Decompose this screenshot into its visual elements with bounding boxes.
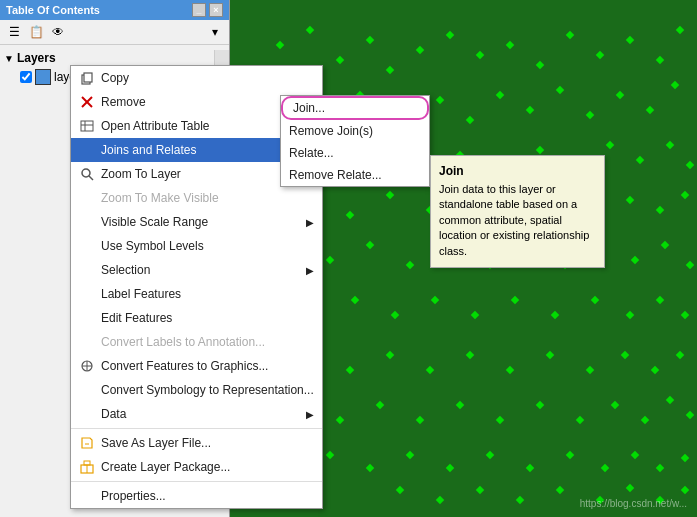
edit-icon bbox=[79, 310, 95, 326]
remove-joins-label: Remove Join(s) bbox=[289, 124, 373, 138]
options-icon[interactable]: ▾ bbox=[205, 22, 225, 42]
menu-separator-2 bbox=[71, 481, 322, 482]
layer-visibility-checkbox[interactable] bbox=[20, 71, 32, 83]
svg-marker-12 bbox=[82, 438, 92, 448]
open-attribute-table-label: Open Attribute Table bbox=[101, 119, 210, 133]
menu-item-properties[interactable]: Properties... bbox=[71, 484, 322, 508]
graphics-icon bbox=[79, 358, 95, 374]
selection-icon bbox=[79, 262, 95, 278]
remove-icon bbox=[79, 94, 95, 110]
convert-symbology-label: Convert Symbology to Representation... bbox=[101, 383, 314, 397]
menu-item-convert-features[interactable]: Convert Features to Graphics... bbox=[71, 354, 322, 378]
watermark: https://blog.csdn.net/w... bbox=[580, 498, 687, 509]
menu-item-label-features[interactable]: Label Features bbox=[71, 282, 322, 306]
joins-icon bbox=[79, 142, 95, 158]
svg-line-8 bbox=[89, 176, 93, 180]
menu-item-data[interactable]: Data ▶ bbox=[71, 402, 322, 426]
submenu-item-remove-joins[interactable]: Remove Join(s) bbox=[281, 120, 429, 142]
menu-item-edit-features[interactable]: Edit Features bbox=[71, 306, 322, 330]
save-as-layer-label: Save As Layer File... bbox=[101, 436, 211, 450]
menu-item-convert-labels: Convert Labels to Annotation... bbox=[71, 330, 322, 354]
copy-icon bbox=[79, 70, 95, 86]
svg-point-7 bbox=[82, 169, 90, 177]
zoom-to-layer-label: Zoom To Layer bbox=[101, 167, 181, 181]
menu-item-visible-scale-range[interactable]: Visible Scale Range ▶ bbox=[71, 210, 322, 234]
symbol-icon bbox=[79, 238, 95, 254]
data-arrow: ▶ bbox=[306, 409, 314, 420]
joins-submenu: Join... Remove Join(s) Relate... Remove … bbox=[280, 95, 430, 187]
layer-color-icon bbox=[35, 69, 51, 85]
visible-scale-range-label: Visible Scale Range bbox=[101, 215, 208, 229]
zoom-visible-icon bbox=[79, 190, 95, 206]
svg-rect-15 bbox=[84, 461, 90, 465]
toc-titlebar-buttons: _ × bbox=[192, 3, 223, 17]
remove-label: Remove bbox=[101, 95, 146, 109]
tooltip-description: Join data to this layer or standalone ta… bbox=[439, 182, 596, 259]
menu-item-save-as-layer[interactable]: Save As Layer File... bbox=[71, 431, 322, 455]
menu-separator-1 bbox=[71, 428, 322, 429]
label-icon bbox=[79, 286, 95, 302]
join-tooltip: Join Join data to this layer or standalo… bbox=[430, 155, 605, 268]
label-features-label: Label Features bbox=[101, 287, 181, 301]
copy-label: Copy bbox=[101, 71, 129, 85]
menu-item-copy[interactable]: Copy bbox=[71, 66, 322, 90]
join-label: Join... bbox=[293, 101, 325, 115]
submenu-item-join[interactable]: Join... bbox=[281, 96, 429, 120]
tooltip-title: Join bbox=[439, 164, 596, 178]
submenu-item-relate[interactable]: Relate... bbox=[281, 142, 429, 164]
layer-source-icon[interactable]: 📋 bbox=[26, 22, 46, 42]
toc-minimize-button[interactable]: _ bbox=[192, 3, 206, 17]
relate-label: Relate... bbox=[289, 146, 334, 160]
menu-item-selection[interactable]: Selection ▶ bbox=[71, 258, 322, 282]
convert-features-label: Convert Features to Graphics... bbox=[101, 359, 268, 373]
zoom-to-make-visible-label: Zoom To Make Visible bbox=[101, 191, 219, 205]
menu-item-use-symbol-levels[interactable]: Use Symbol Levels bbox=[71, 234, 322, 258]
submenu-item-remove-related[interactable]: Remove Relate... bbox=[281, 164, 429, 186]
properties-label: Properties... bbox=[101, 489, 166, 503]
properties-icon bbox=[79, 488, 95, 504]
expand-icon: ▼ bbox=[4, 53, 14, 64]
annotation-icon bbox=[79, 334, 95, 350]
use-symbol-levels-label: Use Symbol Levels bbox=[101, 239, 204, 253]
convert-labels-label: Convert Labels to Annotation... bbox=[101, 335, 265, 349]
zoom-icon bbox=[79, 166, 95, 182]
menu-item-zoom-to-make-visible: Zoom To Make Visible bbox=[71, 186, 322, 210]
svg-rect-1 bbox=[84, 73, 92, 82]
visibility-icon[interactable]: 👁 bbox=[48, 22, 68, 42]
layer-file-icon bbox=[79, 435, 95, 451]
layers-label: Layers bbox=[17, 51, 56, 65]
list-icon[interactable]: ☰ bbox=[4, 22, 24, 42]
table-icon bbox=[79, 118, 95, 134]
symbology-icon bbox=[79, 382, 95, 398]
create-layer-package-label: Create Layer Package... bbox=[101, 460, 230, 474]
menu-item-create-layer-package[interactable]: Create Layer Package... bbox=[71, 455, 322, 479]
scale-arrow: ▶ bbox=[306, 217, 314, 228]
menu-item-convert-symbology[interactable]: Convert Symbology to Representation... bbox=[71, 378, 322, 402]
data-icon bbox=[79, 406, 95, 422]
toc-titlebar: Table Of Contents _ × bbox=[0, 0, 229, 20]
toc-close-button[interactable]: × bbox=[209, 3, 223, 17]
package-icon bbox=[79, 459, 95, 475]
data-label: Data bbox=[101, 407, 126, 421]
toc-toolbar: ☰ 📋 👁 ▾ bbox=[0, 20, 229, 45]
remove-related-label: Remove Relate... bbox=[289, 168, 382, 182]
edit-features-label: Edit Features bbox=[101, 311, 172, 325]
joins-and-relates-label: Joins and Relates bbox=[101, 143, 196, 157]
selection-arrow: ▶ bbox=[306, 265, 314, 276]
toc-title: Table Of Contents bbox=[6, 4, 100, 16]
svg-rect-4 bbox=[81, 121, 93, 131]
selection-label: Selection bbox=[101, 263, 150, 277]
scale-icon bbox=[79, 214, 95, 230]
